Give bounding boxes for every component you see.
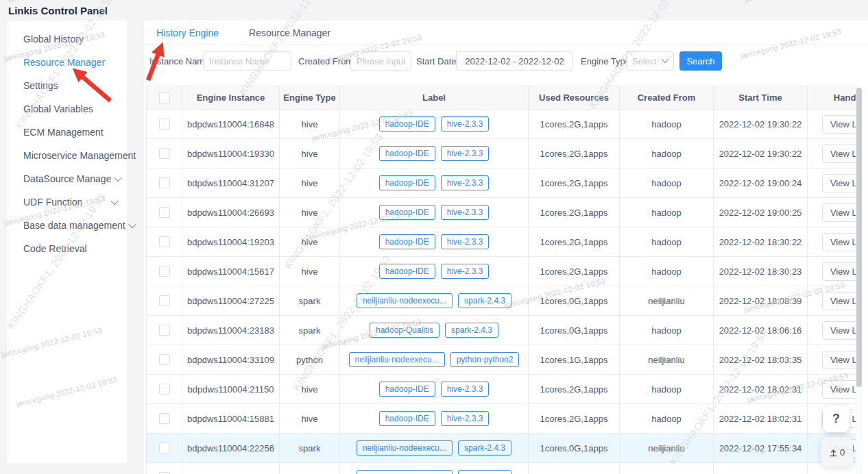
engine-type-cell: hive [280,375,340,404]
created-from-cell [620,463,714,474]
label-tag: hadoop-Qualitis [370,323,439,338]
sidebar-item-base-data-management[interactable]: Base data management [7,214,127,237]
engine-type-cell: hive [280,139,340,169]
label-tag: neiljianliu-nodeexecu... [357,470,453,474]
engine-type-cell: python [280,345,340,375]
label-tag: hadoop-IDE [379,175,435,190]
table-row: neiljianliu-nodeexecu...spark-2.4.3 [147,463,856,474]
view-log-button[interactable]: View Log [822,174,856,192]
sidebar-item-global-variables[interactable]: Global Variables [7,97,127,121]
start-time-cell: 2022-12-02 17:55:34 [714,434,808,463]
created-from-input[interactable] [350,51,411,71]
handle-cell: View Log [808,110,856,139]
row-checkbox[interactable] [159,413,170,424]
row-checkbox[interactable] [159,266,170,277]
sidebar-item-label: Global Variables [23,103,93,114]
table-row: bdpdws110004:21150hivehadoop-IDEhive-2.3… [147,375,856,404]
instance-name-input[interactable] [203,51,291,71]
column-header-created-from: Created From [620,86,714,110]
view-log-button[interactable]: View Log [822,233,856,251]
handle-cell: View Log [808,169,856,198]
engine-instance-cell: bdpdws110004:21150 [182,375,280,404]
view-log-button[interactable]: View Log [822,262,856,281]
scrollbar-thumb[interactable] [856,88,862,387]
row-checkbox-cell [147,198,182,227]
task-count-widget[interactable]: 0 [821,437,853,467]
engine-type-cell: hive [280,169,340,198]
row-checkbox-cell [147,345,182,375]
row-checkbox[interactable] [159,118,170,129]
search-button[interactable]: Search [679,51,722,71]
view-log-button[interactable]: View Log [822,145,856,163]
sidebar-item-label: ECM Management [23,127,104,138]
help-button[interactable]: ? [823,406,849,432]
start-time-cell: 2022-12-02 18:08:39 [714,286,808,316]
sidebar-item-resource-manager[interactable]: Resource Manager [7,51,127,74]
sidebar-item-label: Code Retrieval [23,243,87,254]
table-row: bdpdws110004:23183sparkhadoop-Qualitissp… [147,316,856,345]
created-from-cell: hadoop [620,316,714,345]
row-checkbox[interactable] [159,442,170,453]
row-checkbox[interactable] [159,177,170,188]
engine-type-select[interactable]: Select [626,51,674,71]
created-from-cell: neiljianliu [620,434,714,463]
engine-instance-cell [182,463,280,474]
sidebar-item-label: Base data management [23,220,125,231]
view-log-button[interactable]: View Log [822,380,856,399]
row-checkbox[interactable] [159,148,170,159]
sidebar-item-code-retrieval[interactable]: Code Retrieval [7,237,127,260]
start-date-input[interactable] [456,51,573,71]
label-tag: hadoop-IDE [379,116,435,132]
row-checkbox[interactable] [159,325,170,336]
row-checkbox-cell [147,463,182,474]
label-tag: hive-2.3.3 [441,234,490,249]
engine-instance-cell: bdpdws110004:31207 [182,169,280,198]
sidebar-item-global-history[interactable]: Global History [7,27,127,51]
row-checkbox[interactable] [159,384,170,395]
table-row: bdpdws110004:33109pythonneiljianliu-node… [147,345,856,375]
view-log-button[interactable]: View Log [822,351,856,369]
row-checkbox[interactable] [159,236,170,247]
tab-resource-manager[interactable]: Resource Manager [249,27,330,38]
sidebar-item-udf-function[interactable]: UDF Function [7,190,127,214]
created-from-cell: hadoop [620,257,714,286]
view-log-button[interactable]: View Log [822,115,856,134]
view-log-button[interactable]: View Log [822,292,856,310]
engine-type-cell: hive [280,257,340,286]
label-tag: neiljianliu-nodeexecu... [357,293,453,308]
label-tag: spark-2.4.3 [458,440,511,456]
column-header-handle: Handle [808,86,856,110]
label-tag: hadoop-IDE [379,382,435,397]
sidebar-item-label: Settings [23,80,58,91]
view-log-button[interactable]: View Log [822,321,856,340]
label-tag: hive-2.3.3 [441,116,490,132]
used-resources-cell: 1cores,2G,1apps [529,227,620,257]
label-tag: hive-2.3.3 [441,411,490,426]
chevron-down-icon [110,197,118,205]
sidebar-menu: Global HistoryResource ManagerSettingsGl… [7,21,127,260]
sidebar-item-settings[interactable]: Settings [7,74,127,97]
label-cell: hadoop-IDEhive-2.3.3 [340,169,529,198]
view-log-button[interactable]: View Log [822,203,856,222]
created-from-cell: hadoop [620,198,714,227]
row-checkbox[interactable] [159,207,170,218]
sidebar-item-ecm-management[interactable]: ECM Management [7,121,127,144]
engine-type-select-value: Select [632,56,657,66]
label-tag: hadoop-IDE [379,264,435,279]
engine-instance-cell: bdpdws110004:19203 [182,227,280,257]
table-scrollbar[interactable] [856,86,863,474]
sidebar-item-datasource-manage[interactable]: DataSource Manage [7,167,127,190]
tab-history-engine[interactable]: History Engine [156,27,219,38]
tab-bar: History EngineResource Manager [144,21,868,45]
select-all-checkbox[interactable] [159,92,170,103]
used-resources-cell: 1cores,0G,1apps [529,316,620,345]
row-checkbox[interactable] [159,295,170,306]
content-panel: History EngineResource Manager Instance … [144,21,868,474]
used-resources-cell: 1cores,2G,1apps [529,139,620,169]
handle-cell: View Log [808,286,856,316]
sidebar-item-microservice-management[interactable]: Microservice Management [7,144,127,167]
used-resources-cell: 1cores,2G,1apps [529,110,620,139]
row-checkbox-cell [147,257,182,286]
instance-name-label: Instance Name [149,56,209,66]
row-checkbox[interactable] [159,354,170,365]
